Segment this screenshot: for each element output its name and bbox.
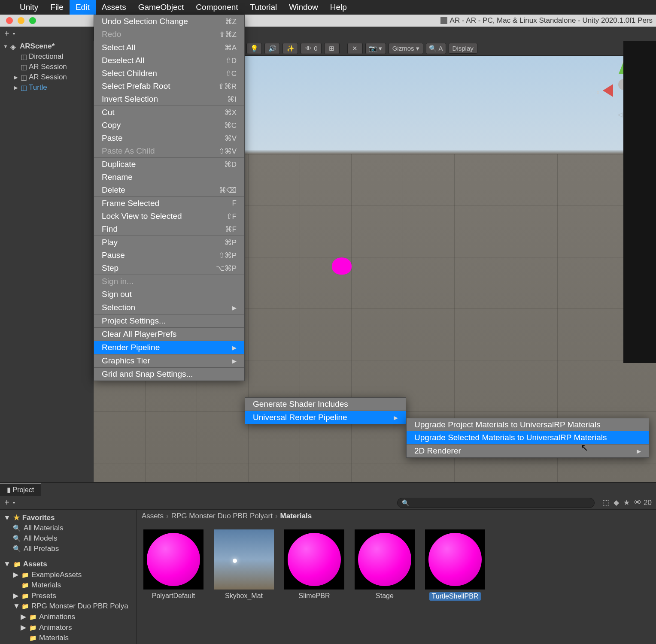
- menu-item[interactable]: Duplicate⌘D: [94, 158, 244, 171]
- menu-item[interactable]: Paste⌘V: [94, 132, 244, 145]
- menu-item[interactable]: Find⌘F: [94, 223, 244, 236]
- hierarchy-scene[interactable]: ▼ ◈ ARScene*: [0, 41, 94, 51]
- favorite-icon[interactable]: ★: [623, 498, 630, 507]
- menu-item[interactable]: Copy⌘C: [94, 119, 244, 132]
- menu-item[interactable]: Invert Selection⌘I: [94, 93, 244, 106]
- camera-button[interactable]: 📷▾: [365, 43, 386, 54]
- favorite-item[interactable]: 🔍All Prefabs: [0, 544, 136, 554]
- menu-item[interactable]: Undo Selection Change⌘Z: [94, 15, 244, 28]
- menu-item[interactable]: Clear All PlayerPrefs: [94, 328, 244, 341]
- material-label: Skybox_Mat: [225, 592, 263, 600]
- material-item[interactable]: Stage: [355, 529, 415, 601]
- grid-toggle[interactable]: ⊞: [324, 43, 340, 54]
- audio-toggle[interactable]: 🔊: [264, 43, 280, 54]
- menu-item[interactable]: Paste As Child⇧⌘V: [94, 145, 244, 157]
- menu-gameobject[interactable]: GameObject: [132, 0, 190, 15]
- filter-label-icon[interactable]: ◆: [613, 498, 619, 507]
- folder-icon: 📁: [21, 603, 29, 610]
- tree-item[interactable]: 📁Materials: [0, 580, 136, 590]
- menu-item[interactable]: Pause⇧⌘P: [94, 249, 244, 262]
- prefab-cube-icon: ◫: [21, 84, 27, 92]
- hierarchy-item[interactable]: ◫ AR Session: [0, 62, 94, 72]
- menu-item[interactable]: Sign out: [94, 288, 244, 301]
- turtle-gameobject[interactable]: [332, 257, 352, 275]
- gizmos-dropdown[interactable]: Gizmos ▾: [389, 43, 423, 54]
- display-dropdown[interactable]: Display: [449, 43, 477, 54]
- tree-item[interactable]: ▶📁Presets: [0, 590, 136, 601]
- menu-help[interactable]: Help: [324, 0, 353, 15]
- menu-item[interactable]: Deselect All⇧D: [94, 54, 244, 67]
- menu-tutorial[interactable]: Tutorial: [244, 0, 283, 15]
- material-label: TurtleShellPBR: [429, 592, 481, 601]
- material-item[interactable]: PolyartDefault: [143, 529, 203, 601]
- menu-item[interactable]: Upgrade Selected Materials to UniversalR…: [407, 431, 649, 444]
- hierarchy-item-turtle[interactable]: ▶◫ Turtle: [0, 82, 94, 93]
- menu-component[interactable]: Component: [190, 0, 244, 15]
- menu-edit[interactable]: Edit: [70, 0, 96, 15]
- hierarchy-item[interactable]: ▶◫ AR Session: [0, 72, 94, 82]
- menu-item[interactable]: Selection▶: [94, 301, 244, 314]
- hidden-objects[interactable]: 👁0: [301, 43, 321, 54]
- material-item[interactable]: Skybox_Mat: [214, 529, 274, 601]
- menu-assets[interactable]: Assets: [96, 0, 132, 15]
- minimize-window-button[interactable]: [18, 17, 24, 24]
- menu-item[interactable]: Select Prefab Root⇧⌘R: [94, 80, 244, 93]
- menu-item[interactable]: Delete⌘⌫: [94, 184, 244, 197]
- menu-item[interactable]: Sign in...: [94, 275, 244, 288]
- menu-unity[interactable]: Unity: [14, 0, 44, 15]
- material-label: PolyartDefault: [152, 592, 195, 600]
- tree-item[interactable]: 📁Materials: [0, 633, 136, 643]
- assets-header[interactable]: ▼📁 Assets: [0, 559, 136, 569]
- tree-item[interactable]: ▶📁Animators: [0, 622, 136, 633]
- material-thumbnail: [214, 529, 274, 590]
- tree-item[interactable]: ▼📁RPG Monster Duo PBR Polya: [0, 601, 136, 611]
- menu-window[interactable]: Window: [283, 0, 324, 15]
- menu-item[interactable]: Graphics Tier▶: [94, 354, 244, 367]
- project-tab[interactable]: ▮ Project: [0, 483, 41, 496]
- breadcrumb-item[interactable]: RPG Monster Duo PBR Polyart: [171, 512, 273, 520]
- breadcrumb-item[interactable]: Assets: [142, 512, 164, 520]
- menu-item[interactable]: Cut⌘X: [94, 106, 244, 119]
- tools-button[interactable]: ✕: [347, 43, 363, 54]
- menu-item[interactable]: Grid and Snap Settings...: [94, 368, 244, 381]
- search-icon: 🔍: [13, 545, 21, 553]
- close-window-button[interactable]: [6, 17, 13, 24]
- tree-item[interactable]: ▶📁ExampleAssets: [0, 569, 136, 580]
- hidden-toggle[interactable]: 👁 20: [634, 499, 652, 507]
- menu-item[interactable]: Step⌥⌘P: [94, 262, 244, 275]
- zoom-window-button[interactable]: [29, 17, 36, 24]
- dropdown-icon[interactable]: ▾: [13, 500, 15, 505]
- menu-item[interactable]: Lock View to Selected⇧F: [94, 210, 244, 223]
- menu-item[interactable]: 2D Renderer▶: [407, 444, 649, 457]
- menu-file[interactable]: File: [44, 0, 70, 15]
- lighting-toggle[interactable]: 💡: [246, 43, 262, 54]
- menu-item[interactable]: Universal Render Pipeline▶: [245, 411, 406, 424]
- menu-item[interactable]: Select Children⇧C: [94, 67, 244, 80]
- search-field[interactable]: 🔍 A: [426, 43, 446, 54]
- menu-item[interactable]: Generate Shader Includes: [245, 398, 406, 411]
- project-search[interactable]: 🔍: [397, 498, 595, 508]
- dropdown-icon[interactable]: ▾: [13, 31, 15, 36]
- add-icon[interactable]: +: [4, 498, 9, 508]
- favorite-item[interactable]: 🔍All Materials: [0, 523, 136, 533]
- menu-item[interactable]: Play⌘P: [94, 236, 244, 249]
- menu-item[interactable]: Upgrade Project Materials to UniversalRP…: [407, 418, 649, 431]
- menu-item[interactable]: Frame SelectedF: [94, 197, 244, 210]
- fx-toggle[interactable]: ✨: [282, 43, 298, 54]
- menu-item[interactable]: Select All⌘A: [94, 41, 244, 54]
- material-item[interactable]: TurtleShellPBR: [425, 529, 485, 601]
- hierarchy-item[interactable]: ◫ Directional: [0, 51, 94, 62]
- folder-icon: 📁: [21, 571, 29, 578]
- filter-type-icon[interactable]: ⬚: [602, 498, 609, 507]
- speaker-icon: 🔊: [268, 45, 276, 52]
- menu-item[interactable]: Project Settings...: [94, 314, 244, 327]
- menu-item[interactable]: Render Pipeline▶: [94, 341, 244, 354]
- material-item[interactable]: SlimePBR: [284, 529, 344, 601]
- favorite-item[interactable]: 🔍All Models: [0, 533, 136, 544]
- menu-item[interactable]: Rename: [94, 171, 244, 184]
- tree-item[interactable]: ▶📁Animations: [0, 611, 136, 622]
- menu-item[interactable]: Redo⇧⌘Z: [94, 28, 244, 41]
- add-icon[interactable]: +: [4, 29, 9, 39]
- gizmo-x-axis[interactable]: [603, 84, 613, 97]
- favorites-header[interactable]: ▼★ Favorites: [0, 512, 136, 523]
